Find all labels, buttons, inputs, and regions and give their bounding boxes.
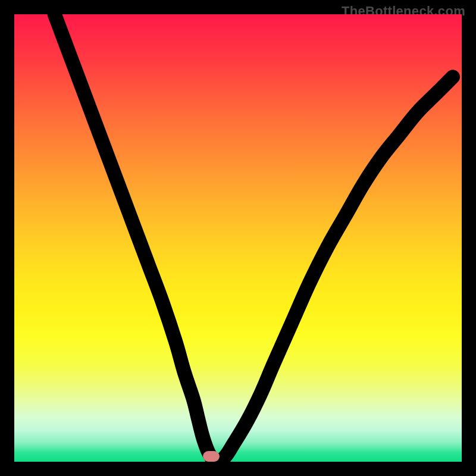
chart-container: TheBottleneck.com: [0, 0, 476, 476]
curve-path: [55, 14, 453, 462]
plot-area: [14, 14, 462, 462]
bottleneck-marker: [203, 451, 220, 462]
series-curve: [14, 14, 462, 462]
